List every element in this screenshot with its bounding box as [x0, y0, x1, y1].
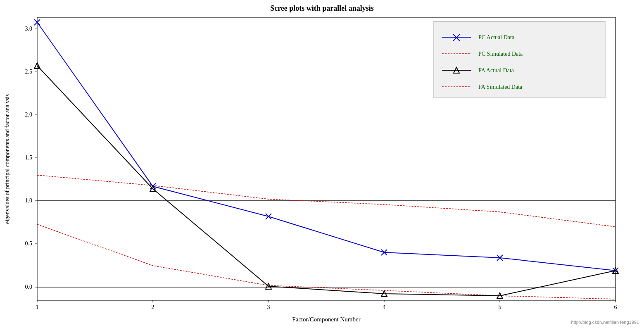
- svg-text:0.5: 0.5: [25, 240, 33, 247]
- svg-text:6: 6: [614, 304, 617, 310]
- svg-text:0.0: 0.0: [25, 284, 33, 290]
- chart-container: Scree plots with parallel analysis: [0, 0, 644, 328]
- legend-pc-actual-label: PC Actual Data: [478, 34, 515, 40]
- y-axis-label: eigenvalues of principal components and …: [4, 94, 10, 224]
- svg-text:1: 1: [36, 304, 39, 310]
- legend-fa-actual-label: FA Actual Data: [478, 67, 514, 74]
- svg-text:1.0: 1.0: [25, 197, 33, 204]
- chart-svg: 0.0 0.5 1.0 1.5 2.0 2.5 3.0 1 2 3 4 5 6: [0, 0, 644, 328]
- svg-text:2.0: 2.0: [25, 112, 33, 118]
- legend-fa-simulated-label: FA Simulated Data: [478, 84, 523, 90]
- svg-text:1.5: 1.5: [25, 154, 33, 161]
- watermark: http://blog.csdn.net/lilan feng1991: [571, 320, 639, 325]
- svg-text:5: 5: [499, 304, 501, 310]
- svg-text:3.0: 3.0: [25, 26, 33, 32]
- svg-text:2: 2: [152, 304, 154, 310]
- legend-pc-simulated-label: PC Simulated Data: [478, 51, 523, 57]
- svg-text:3: 3: [267, 304, 270, 310]
- svg-text:2.5: 2.5: [25, 69, 33, 75]
- x-axis-label: Factor/Component Number: [292, 316, 360, 323]
- svg-text:4: 4: [383, 304, 386, 310]
